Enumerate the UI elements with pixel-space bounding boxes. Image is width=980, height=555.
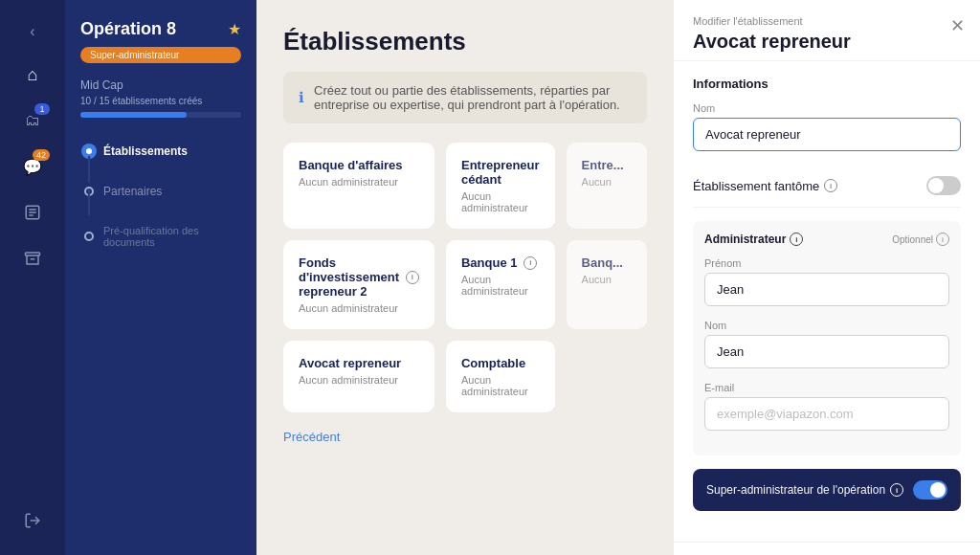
info-icon: ℹ bbox=[299, 89, 304, 106]
email-form-group: E-mail bbox=[704, 382, 949, 431]
svg-rect-4 bbox=[26, 253, 40, 255]
logout-icon[interactable] bbox=[13, 501, 52, 540]
star-icon[interactable]: ★ bbox=[228, 20, 241, 38]
prenom-input[interactable] bbox=[704, 273, 949, 306]
card-subtitle: Aucun bbox=[582, 176, 632, 188]
card-subtitle: Aucun administrateur bbox=[461, 274, 540, 297]
admin-nom-form-group: Nom bbox=[704, 320, 949, 368]
card-fonds-investissement[interactable]: Fonds d'investissement repreneur 2 i Auc… bbox=[283, 240, 434, 329]
modal-body: Informations Nom Établissement fantôme i… bbox=[674, 61, 980, 542]
super-admin-row: Super-administrateur de l'opération i bbox=[693, 469, 961, 511]
page-title: Établissements bbox=[283, 27, 647, 56]
nav-dot-etablissements bbox=[84, 146, 94, 156]
document-icon[interactable] bbox=[13, 193, 52, 232]
card-subtitle: Aucun administrateur bbox=[299, 302, 419, 314]
card-title: Fonds d'investissement repreneur 2 i bbox=[299, 255, 419, 299]
super-admin-info-icon: i bbox=[890, 483, 903, 497]
progress-bar-fill bbox=[80, 112, 187, 118]
card-avocat-repreneur[interactable]: Avocat repreneur Aucun administrateur bbox=[283, 341, 434, 412]
card-comptable[interactable]: Comptable Aucun administrateur bbox=[446, 341, 555, 412]
admin-nom-label: Nom bbox=[704, 320, 949, 331]
nav-items: Établissements Partenaires Pré-qualifica… bbox=[80, 137, 241, 255]
card-subtitle: Aucun administrateur bbox=[461, 190, 540, 213]
nom-label: Nom bbox=[693, 102, 961, 114]
sidebar: ‹ ⌂ 🗂 1 💬 42 bbox=[0, 0, 65, 555]
nav-label-partenaires: Partenaires bbox=[103, 185, 162, 198]
nom-form-group: Nom bbox=[693, 102, 961, 151]
card-title: Avocat repreneur bbox=[299, 356, 419, 370]
folder-icon[interactable]: 🗂 1 bbox=[13, 101, 52, 140]
prenom-label: Prénom bbox=[704, 257, 949, 269]
admin-header: Administrateur i Optionnel i bbox=[704, 233, 949, 246]
info-circle-icon2: i bbox=[523, 256, 537, 270]
operation-header: Opération 8 ★ bbox=[80, 19, 241, 39]
card-subtitle: Aucun administrateur bbox=[299, 374, 419, 386]
admin-title: Administrateur i bbox=[704, 233, 803, 246]
admin-section: Administrateur i Optionnel i Prénom Nom … bbox=[693, 221, 961, 455]
sidebar-toggle[interactable]: ‹ bbox=[0, 15, 65, 48]
modal-close-button[interactable]: ✕ bbox=[950, 15, 965, 36]
fantome-info-icon: i bbox=[824, 179, 837, 192]
email-input[interactable] bbox=[704, 397, 949, 431]
home-icon[interactable]: ⌂ bbox=[13, 56, 52, 94]
modal-panel: Modifier l'établissement Avocat repreneu… bbox=[674, 0, 980, 555]
archive-icon[interactable] bbox=[13, 239, 52, 278]
fantome-toggle-row: Établissement fantôme i bbox=[693, 165, 961, 208]
cards-grid: Banque d'affaires Aucun administrateur E… bbox=[283, 143, 647, 412]
role-badge: Super-administrateur bbox=[80, 47, 241, 63]
chat-badge: 42 bbox=[33, 149, 50, 161]
card-title: Banq... bbox=[582, 255, 632, 270]
super-admin-toggle[interactable] bbox=[913, 480, 947, 500]
modal-header: Modifier l'établissement Avocat repreneu… bbox=[674, 0, 980, 61]
card-entrepreneur-cedant[interactable]: Entrepreneur cédant Aucun administrateur bbox=[446, 143, 555, 229]
info-circle-icon: i bbox=[406, 271, 419, 284]
informations-section-title: Informations bbox=[693, 77, 961, 91]
progress-text: 10 / 15 établissements créés bbox=[80, 96, 241, 106]
email-label: E-mail bbox=[704, 382, 949, 393]
progress-bar bbox=[80, 112, 241, 118]
card-subtitle: Aucun bbox=[582, 274, 632, 285]
company-name: Mid Cap bbox=[80, 78, 241, 92]
card-banque1[interactable]: Banque 1 i Aucun administrateur bbox=[446, 240, 555, 329]
prenom-form-group: Prénom bbox=[704, 257, 949, 306]
card-title: Banque 1 i bbox=[461, 255, 540, 270]
folder-badge: 1 bbox=[34, 103, 50, 115]
card-title: Entre... bbox=[582, 158, 632, 172]
modal-title: Avocat repreneur bbox=[693, 31, 961, 53]
fantome-toggle[interactable] bbox=[926, 176, 961, 195]
nav-item-partenaires[interactable]: Partenaires bbox=[80, 169, 241, 206]
nom-input[interactable] bbox=[693, 118, 961, 151]
card-title: Banque d'affaires bbox=[299, 158, 419, 172]
left-panel: Opération 8 ★ Super-administrateur Mid C… bbox=[65, 0, 256, 555]
card-subtitle: Aucun administrateur bbox=[461, 374, 540, 397]
banner-text: Créez tout ou partie des établissements,… bbox=[314, 83, 632, 112]
admin-nom-input[interactable] bbox=[704, 335, 949, 368]
fantome-label: Établissement fantôme i bbox=[693, 179, 837, 193]
operation-name: Opération 8 bbox=[80, 19, 176, 39]
card-subtitle: Aucun administrateur bbox=[299, 176, 419, 188]
nav-item-prequalification[interactable]: Pré-qualification des documents bbox=[80, 210, 241, 255]
modal-footer: ✕ Supprimer Enregistrer bbox=[674, 542, 980, 555]
chat-icon[interactable]: 💬 42 bbox=[13, 147, 52, 186]
optional-label: Optionnel i bbox=[892, 233, 949, 246]
nav-item-etablissements[interactable]: Établissements bbox=[80, 137, 241, 166]
info-banner: ℹ Créez tout ou partie des établissement… bbox=[283, 72, 647, 123]
nav-label-etablissements: Établissements bbox=[103, 144, 188, 158]
sidebar-bottom bbox=[13, 501, 52, 540]
modal-label: Modifier l'établissement bbox=[693, 15, 961, 27]
nav-label-prequalification: Pré-qualification des documents bbox=[103, 225, 237, 248]
optional-info-icon: i bbox=[936, 233, 949, 246]
main-content: Établissements ℹ Créez tout ou partie de… bbox=[256, 0, 674, 555]
nav-dot-prequalification bbox=[84, 232, 94, 241]
card-title: Comptable bbox=[461, 356, 540, 370]
footer-action: Précédent bbox=[283, 428, 647, 445]
card-banque-affaires[interactable]: Banque d'affaires Aucun administrateur bbox=[283, 143, 434, 229]
super-admin-label: Super-administrateur de l'opération i bbox=[706, 483, 903, 497]
card-banq[interactable]: Banq... Aucun bbox=[567, 240, 647, 329]
admin-info-icon: i bbox=[790, 233, 803, 246]
card-entre[interactable]: Entre... Aucun bbox=[567, 143, 647, 229]
card-title: Entrepreneur cédant bbox=[461, 158, 540, 187]
prev-button[interactable]: Précédent bbox=[283, 430, 340, 444]
